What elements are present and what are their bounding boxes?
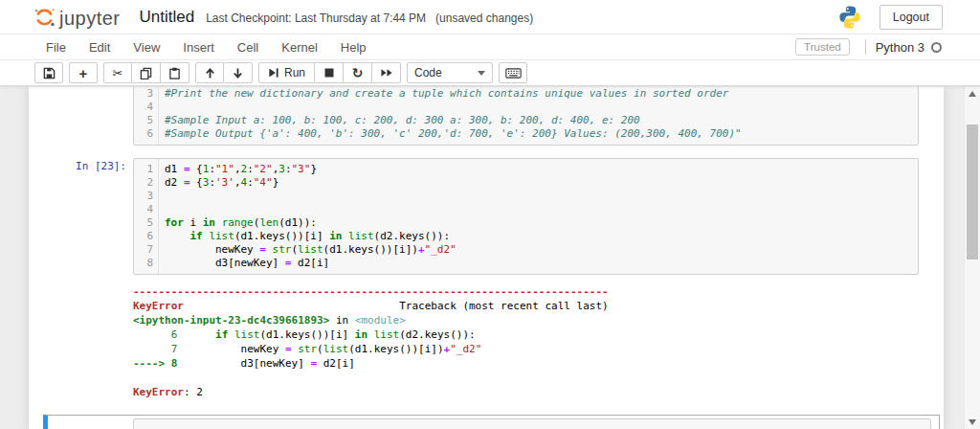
trusted-badge[interactable]: Trusted bbox=[795, 38, 850, 56]
code-editor[interactable]: d1 = {1:"1",2:"2",3:"3"}d2 = {3:'3',4:"4… bbox=[159, 159, 918, 274]
plus-icon: + bbox=[79, 66, 88, 80]
code-line: ----------------------------------------… bbox=[133, 284, 937, 299]
jupyter-logo[interactable]: jupyter bbox=[33, 6, 121, 29]
line-number: 6 bbox=[134, 127, 153, 141]
fast-forward-icon bbox=[380, 67, 393, 79]
copy-icon bbox=[140, 67, 152, 79]
code-line: #Print the new dictionary and create a t… bbox=[165, 87, 918, 101]
scissors-icon: ✂ bbox=[113, 67, 123, 79]
paste-icon bbox=[168, 67, 181, 79]
kernel-idle-icon bbox=[931, 42, 942, 53]
code-line: ----> 8 d3[newKey] = d2[i] bbox=[133, 356, 937, 371]
code-line: d2 = {3:'3',4:"4"} bbox=[165, 176, 918, 190]
command-palette-button[interactable] bbox=[499, 62, 527, 83]
selected-cell[interactable] bbox=[43, 415, 940, 429]
line-number: 3 bbox=[134, 190, 153, 203]
autosave-status: (unsaved changes) bbox=[435, 9, 533, 25]
code-line: for i in range(len(d1)): bbox=[165, 216, 918, 230]
jupyter-logo-text: jupyter bbox=[59, 8, 121, 29]
checkpoint-status: Last Checkpoint: Last Thursday at 7:44 P… bbox=[206, 9, 426, 25]
error-traceback-output: ----------------------------------------… bbox=[133, 284, 937, 399]
menubar-divider bbox=[865, 39, 866, 55]
code-line: if list(d1.keys())[i] in list(d2.keys())… bbox=[165, 230, 918, 243]
line-number: 5 bbox=[134, 114, 153, 127]
scrollbar-thumb[interactable] bbox=[967, 124, 978, 260]
paste-cell-button[interactable] bbox=[161, 62, 189, 83]
code-line: d3[newKey] = d2[i] bbox=[165, 257, 918, 270]
menubar: FileEditViewInsertCellKernelHelp Trusted… bbox=[0, 34, 980, 60]
kernel-name[interactable]: Python 3 bbox=[876, 40, 924, 55]
menu-item-edit[interactable]: Edit bbox=[78, 35, 122, 59]
keyboard-icon bbox=[505, 67, 522, 79]
header: jupyter Untitled Last Checkpoint: Last T… bbox=[0, 0, 980, 86]
code-cell-input[interactable]: 12345678 d1 = {1:"1",2:"2",3:"3"}d2 = {3… bbox=[133, 158, 919, 275]
vertical-scrollbar[interactable] bbox=[964, 87, 980, 429]
code-line: d1 = {1:"1",2:"2",3:"3"} bbox=[165, 163, 918, 176]
run-button-label: Run bbox=[284, 66, 305, 79]
notebook-container: 3456 #Print the new dictionary and creat… bbox=[29, 87, 944, 429]
arrow-up-icon bbox=[204, 67, 216, 79]
arrow-down-icon bbox=[232, 67, 244, 79]
logout-button[interactable]: Logout bbox=[880, 5, 943, 30]
code-line bbox=[165, 190, 918, 203]
code-line bbox=[165, 203, 918, 216]
toolbar: + ✂ bbox=[0, 60, 980, 85]
menu-item-help[interactable]: Help bbox=[329, 35, 378, 59]
menu-item-file[interactable]: File bbox=[34, 35, 78, 59]
code-editor[interactable]: #Print the new dictionary and create a t… bbox=[159, 87, 918, 145]
restart-kernel-button[interactable]: ↻ bbox=[344, 62, 372, 83]
menu-items: FileEditViewInsertCellKernelHelp bbox=[34, 35, 378, 59]
interrupt-kernel-button[interactable] bbox=[315, 62, 344, 83]
save-button[interactable] bbox=[34, 62, 63, 83]
line-number: 7 bbox=[134, 243, 153, 257]
jupyter-logo-icon bbox=[33, 6, 56, 29]
code-line: newKey = str(list(d1.keys())[i])+"_d2" bbox=[165, 243, 918, 257]
menu-item-view[interactable]: View bbox=[122, 35, 171, 59]
code-line: KeyError Traceback (most recent call las… bbox=[133, 299, 937, 313]
line-number: 4 bbox=[134, 203, 153, 216]
line-number-gutter: 12345678 bbox=[134, 159, 159, 274]
copy-cell-button[interactable] bbox=[132, 62, 161, 83]
line-number: 1 bbox=[134, 163, 153, 176]
cut-cell-button[interactable]: ✂ bbox=[103, 62, 132, 83]
code-line: #Sample Input a: 100, b: 100, c: 200, d:… bbox=[165, 114, 918, 127]
code-line: 6 if list(d1.keys())[i] in list(d2.keys(… bbox=[133, 327, 937, 342]
run-button[interactable]: Run bbox=[258, 62, 315, 83]
code-line: 7 newKey = str(list(d1.keys())[i])+"_d2" bbox=[133, 342, 937, 356]
menu-item-kernel[interactable]: Kernel bbox=[270, 35, 329, 59]
header-right: Logout bbox=[837, 5, 943, 30]
chevron-down-icon bbox=[478, 71, 485, 76]
move-cell-up-button[interactable] bbox=[195, 62, 224, 83]
cell-type-select[interactable]: Code bbox=[407, 62, 493, 83]
restart-run-all-button[interactable] bbox=[372, 62, 401, 83]
scrollbar-up-arrow-icon[interactable] bbox=[969, 91, 976, 97]
scrollbar-down-arrow-icon[interactable] bbox=[969, 419, 976, 425]
code-cell-above-input[interactable]: 3456 #Print the new dictionary and creat… bbox=[133, 87, 919, 146]
cell-type-selected-label: Code bbox=[414, 66, 442, 79]
menubar-right: Trusted Python 3 bbox=[795, 38, 942, 56]
line-number: 3 bbox=[134, 87, 153, 101]
restart-icon: ↻ bbox=[352, 66, 364, 79]
line-number: 4 bbox=[134, 101, 153, 114]
notebook-scroll-area[interactable]: 3456 #Print the new dictionary and creat… bbox=[0, 87, 980, 429]
code-cell-input[interactable] bbox=[133, 418, 931, 429]
header-top-row: jupyter Untitled Last Checkpoint: Last T… bbox=[0, 0, 980, 34]
move-cell-down-button[interactable] bbox=[224, 62, 253, 83]
save-icon bbox=[43, 67, 56, 79]
code-line bbox=[165, 101, 918, 114]
code-line: <ipython-input-23-dc4c39661893> in <modu… bbox=[133, 313, 937, 327]
input-prompt: In [23]: bbox=[29, 160, 126, 173]
menu-item-cell[interactable]: Cell bbox=[226, 35, 270, 59]
code-line: KeyError: 2 bbox=[133, 385, 937, 399]
line-number-gutter: 3456 bbox=[134, 87, 159, 145]
menu-item-insert[interactable]: Insert bbox=[171, 35, 226, 59]
code-line bbox=[133, 371, 937, 385]
line-number: 6 bbox=[134, 230, 153, 243]
python-logo-icon bbox=[837, 5, 862, 30]
code-line: #Sample Output {'a': 400, 'b': 300, 'c' … bbox=[165, 127, 918, 141]
notebook-title[interactable]: Untitled bbox=[140, 8, 195, 27]
line-number: 8 bbox=[134, 257, 153, 270]
step-forward-icon bbox=[268, 67, 279, 79]
line-number: 2 bbox=[134, 176, 153, 190]
insert-cell-below-button[interactable]: + bbox=[69, 62, 98, 83]
